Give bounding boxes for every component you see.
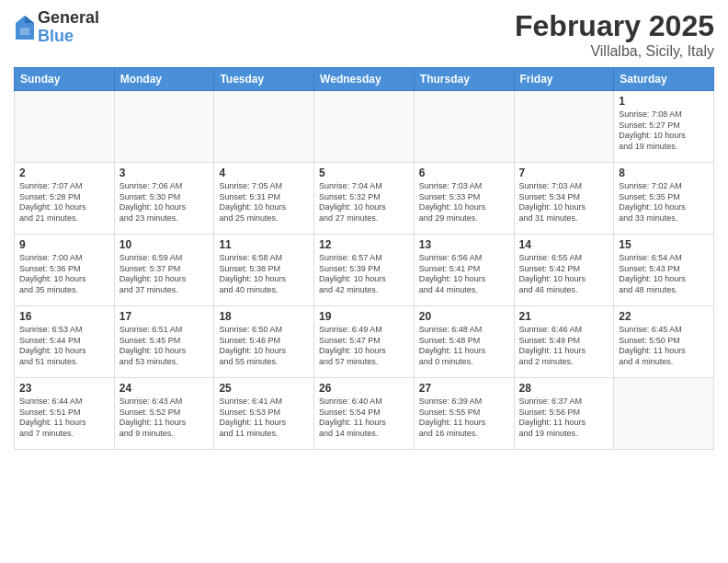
- day-info: Sunrise: 6:39 AM Sunset: 5:55 PM Dayligh…: [419, 396, 509, 440]
- calendar-cell: 23Sunrise: 6:44 AM Sunset: 5:51 PM Dayli…: [15, 378, 115, 450]
- day-info: Sunrise: 7:00 AM Sunset: 5:36 PM Dayligh…: [19, 253, 109, 296]
- col-header-wednesday: Wednesday: [314, 68, 415, 91]
- logo-blue-text: Blue: [38, 28, 99, 46]
- calendar-cell: 27Sunrise: 6:39 AM Sunset: 5:55 PM Dayli…: [414, 378, 514, 450]
- day-number: 26: [319, 382, 409, 395]
- calendar-cell: 9Sunrise: 7:00 AM Sunset: 5:36 PM Daylig…: [15, 235, 115, 306]
- day-number: 28: [519, 382, 609, 395]
- day-info: Sunrise: 6:48 AM Sunset: 5:48 PM Dayligh…: [419, 325, 509, 368]
- day-info: Sunrise: 7:03 AM Sunset: 5:33 PM Dayligh…: [419, 181, 509, 224]
- calendar-cell: 28Sunrise: 6:37 AM Sunset: 5:56 PM Dayli…: [514, 378, 614, 450]
- calendar-cell: 7Sunrise: 7:03 AM Sunset: 5:34 PM Daylig…: [514, 163, 614, 235]
- day-info: Sunrise: 6:40 AM Sunset: 5:54 PM Dayligh…: [319, 396, 409, 440]
- day-number: 23: [19, 382, 109, 395]
- day-number: 4: [219, 167, 309, 179]
- day-number: 16: [19, 310, 109, 323]
- day-number: 6: [419, 167, 509, 179]
- day-info: Sunrise: 6:57 AM Sunset: 5:39 PM Dayligh…: [319, 253, 409, 296]
- calendar-cell: 4Sunrise: 7:05 AM Sunset: 5:31 PM Daylig…: [214, 163, 314, 235]
- day-info: Sunrise: 6:55 AM Sunset: 5:42 PM Dayligh…: [519, 253, 609, 296]
- day-number: 14: [519, 238, 609, 251]
- header: General Blue February 2025 Villalba, Sic…: [14, 9, 714, 60]
- day-info: Sunrise: 6:56 AM Sunset: 5:41 PM Dayligh…: [419, 253, 509, 296]
- logo-icon: [14, 14, 36, 41]
- calendar-cell: 12Sunrise: 6:57 AM Sunset: 5:39 PM Dayli…: [314, 235, 415, 306]
- calendar-cell: 13Sunrise: 6:56 AM Sunset: 5:41 PM Dayli…: [414, 235, 514, 306]
- location: Villalba, Sicily, Italy: [515, 43, 714, 60]
- day-number: 13: [419, 238, 509, 251]
- calendar-cell: 21Sunrise: 6:46 AM Sunset: 5:49 PM Dayli…: [514, 306, 614, 378]
- day-info: Sunrise: 6:54 AM Sunset: 5:43 PM Dayligh…: [619, 253, 709, 296]
- svg-marker-1: [25, 16, 34, 23]
- day-info: Sunrise: 6:37 AM Sunset: 5:56 PM Dayligh…: [519, 396, 609, 440]
- calendar-cell: 16Sunrise: 6:53 AM Sunset: 5:44 PM Dayli…: [15, 306, 115, 378]
- calendar-cell: 22Sunrise: 6:45 AM Sunset: 5:50 PM Dayli…: [614, 306, 714, 378]
- day-info: Sunrise: 6:45 AM Sunset: 5:50 PM Dayligh…: [619, 325, 709, 368]
- day-info: Sunrise: 7:03 AM Sunset: 5:34 PM Dayligh…: [519, 181, 609, 224]
- day-number: 25: [219, 382, 309, 395]
- day-number: 21: [519, 310, 609, 323]
- calendar-week-3: 16Sunrise: 6:53 AM Sunset: 5:44 PM Dayli…: [15, 306, 714, 378]
- calendar-cell: [114, 91, 214, 163]
- col-header-tuesday: Tuesday: [214, 68, 314, 91]
- calendar-cell: [614, 378, 714, 450]
- day-number: 2: [19, 167, 109, 179]
- calendar-cell: 8Sunrise: 7:02 AM Sunset: 5:35 PM Daylig…: [614, 163, 714, 235]
- calendar-cell: 24Sunrise: 6:43 AM Sunset: 5:52 PM Dayli…: [114, 378, 214, 450]
- day-number: 9: [19, 238, 109, 251]
- day-number: 11: [219, 238, 309, 251]
- col-header-friday: Friday: [514, 68, 614, 91]
- calendar-cell: 1Sunrise: 7:08 AM Sunset: 5:27 PM Daylig…: [614, 91, 714, 163]
- day-number: 3: [119, 167, 210, 179]
- col-header-thursday: Thursday: [414, 68, 514, 91]
- title-section: February 2025 Villalba, Sicily, Italy: [515, 9, 714, 60]
- calendar-cell: 6Sunrise: 7:03 AM Sunset: 5:33 PM Daylig…: [414, 163, 514, 235]
- month-title: February 2025: [515, 9, 714, 43]
- calendar-cell: [314, 91, 415, 163]
- day-info: Sunrise: 6:53 AM Sunset: 5:44 PM Dayligh…: [19, 325, 109, 368]
- day-info: Sunrise: 7:05 AM Sunset: 5:31 PM Dayligh…: [219, 181, 309, 224]
- col-header-saturday: Saturday: [614, 68, 714, 91]
- day-number: 12: [319, 238, 409, 251]
- day-number: 17: [119, 310, 210, 323]
- day-number: 7: [519, 167, 609, 179]
- day-info: Sunrise: 6:49 AM Sunset: 5:47 PM Dayligh…: [319, 325, 409, 368]
- calendar-week-4: 23Sunrise: 6:44 AM Sunset: 5:51 PM Dayli…: [15, 378, 714, 450]
- day-info: Sunrise: 6:59 AM Sunset: 5:37 PM Dayligh…: [119, 253, 210, 296]
- calendar-cell: 19Sunrise: 6:49 AM Sunset: 5:47 PM Dayli…: [314, 306, 415, 378]
- calendar-cell: 18Sunrise: 6:50 AM Sunset: 5:46 PM Dayli…: [214, 306, 314, 378]
- col-header-sunday: Sunday: [15, 68, 115, 91]
- day-number: 8: [619, 167, 709, 179]
- day-info: Sunrise: 7:07 AM Sunset: 5:28 PM Dayligh…: [19, 181, 109, 224]
- calendar-cell: [514, 91, 614, 163]
- svg-rect-2: [20, 28, 29, 35]
- day-number: 18: [219, 310, 309, 323]
- day-number: 10: [119, 238, 210, 251]
- calendar-header-row: SundayMondayTuesdayWednesdayThursdayFrid…: [15, 68, 714, 91]
- logo-text: General Blue: [38, 9, 99, 46]
- day-info: Sunrise: 7:02 AM Sunset: 5:35 PM Dayligh…: [619, 181, 709, 224]
- day-info: Sunrise: 7:06 AM Sunset: 5:30 PM Dayligh…: [119, 181, 210, 224]
- day-number: 5: [319, 167, 409, 179]
- calendar-cell: [414, 91, 514, 163]
- day-number: 19: [319, 310, 409, 323]
- day-info: Sunrise: 6:58 AM Sunset: 5:38 PM Dayligh…: [219, 253, 309, 296]
- calendar-cell: 2Sunrise: 7:07 AM Sunset: 5:28 PM Daylig…: [15, 163, 115, 235]
- day-number: 22: [619, 310, 709, 323]
- day-info: Sunrise: 6:44 AM Sunset: 5:51 PM Dayligh…: [19, 396, 109, 440]
- page: General Blue February 2025 Villalba, Sic…: [0, 0, 728, 563]
- logo: General Blue: [14, 9, 99, 46]
- calendar-cell: 15Sunrise: 6:54 AM Sunset: 5:43 PM Dayli…: [614, 235, 714, 306]
- day-number: 24: [119, 382, 210, 395]
- day-number: 15: [619, 238, 709, 251]
- col-header-monday: Monday: [114, 68, 214, 91]
- calendar-cell: 5Sunrise: 7:04 AM Sunset: 5:32 PM Daylig…: [314, 163, 415, 235]
- calendar-week-0: 1Sunrise: 7:08 AM Sunset: 5:27 PM Daylig…: [15, 91, 714, 163]
- calendar-cell: 3Sunrise: 7:06 AM Sunset: 5:30 PM Daylig…: [114, 163, 214, 235]
- calendar-cell: 17Sunrise: 6:51 AM Sunset: 5:45 PM Dayli…: [114, 306, 214, 378]
- calendar-week-1: 2Sunrise: 7:07 AM Sunset: 5:28 PM Daylig…: [15, 163, 714, 235]
- day-info: Sunrise: 7:04 AM Sunset: 5:32 PM Dayligh…: [319, 181, 409, 224]
- day-info: Sunrise: 6:51 AM Sunset: 5:45 PM Dayligh…: [119, 325, 210, 368]
- calendar-cell: 11Sunrise: 6:58 AM Sunset: 5:38 PM Dayli…: [214, 235, 314, 306]
- day-info: Sunrise: 6:46 AM Sunset: 5:49 PM Dayligh…: [519, 325, 609, 368]
